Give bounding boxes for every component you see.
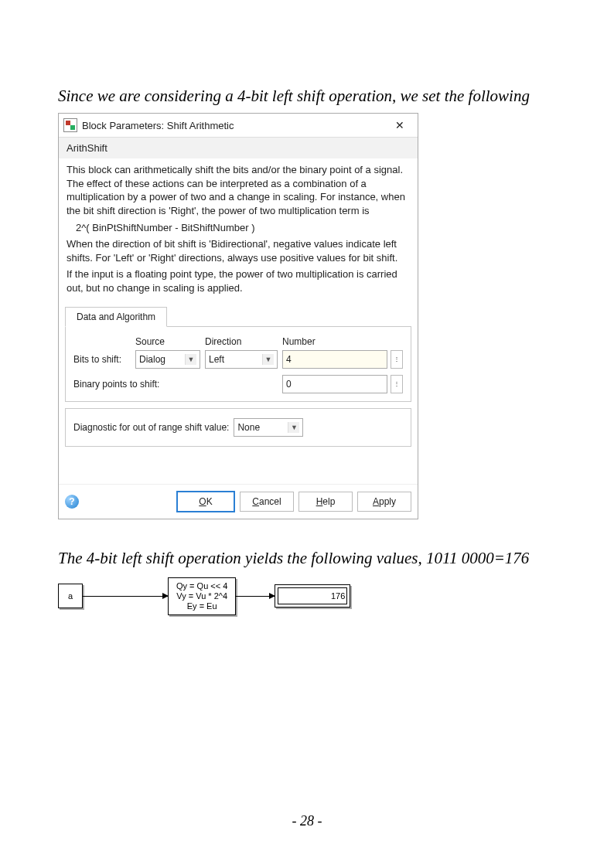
chevron-down-icon: ▼ (262, 354, 274, 365)
shift-line1: Qy = Qu << 4 (176, 581, 227, 591)
block-input-a: a (58, 584, 83, 608)
bits-number-input[interactable]: 4 (282, 350, 387, 369)
hdr-source: Source (135, 336, 205, 347)
help-button[interactable]: Help (298, 492, 353, 512)
shift-line3: Ey = Eu (176, 601, 227, 611)
hdr-direction: Direction (205, 336, 282, 347)
block-display-output: 176 (275, 584, 350, 608)
desc-eq: 2^( BinPtShiftNumber - BitShiftNumber ) (67, 218, 410, 238)
arrow-icon (83, 596, 168, 597)
binary-points-stepper[interactable]: ⋮ (391, 375, 403, 393)
hdr-number: Number (282, 336, 403, 347)
diagnostic-value: None (237, 422, 260, 433)
desc-p2: The effect of these actions can be inter… (67, 177, 410, 218)
tab-data-algorithm[interactable]: Data and Algorithm (65, 307, 167, 327)
apply-button[interactable]: Apply (357, 492, 411, 512)
app-icon (63, 118, 77, 132)
shift-line2: Vy = Vu * 2^4 (176, 591, 227, 601)
cancel-button[interactable]: Cancel (240, 492, 294, 512)
desc-p3: When the direction of bit shift is 'Bidi… (67, 237, 410, 264)
chevron-down-icon: ▼ (185, 354, 196, 365)
help-icon[interactable]: ? (65, 495, 79, 509)
button-bar: ? OK Cancel Help Apply (59, 484, 418, 519)
result-text: The 4-bit left shift operation yields th… (58, 547, 556, 569)
bits-number-stepper[interactable]: ⋮ (391, 350, 403, 369)
lbl-diagnostic: Diagnostic for out of range shift value: (73, 422, 229, 433)
lbl-binary-points: Binary points to shift: (73, 379, 282, 390)
diagnostic-panel: Diagnostic for out of range shift value:… (65, 408, 411, 447)
titlebar: Block Parameters: Shift Arithmetic ✕ (59, 114, 418, 138)
bits-source-value: Dialog (139, 354, 165, 365)
description: This block can arithmetically shift the … (59, 158, 418, 302)
close-icon[interactable]: ✕ (387, 116, 413, 134)
data-panel: Source Direction Number Bits to shift: D… (65, 326, 411, 402)
bits-source-select[interactable]: Dialog ▼ (135, 350, 200, 369)
lbl-bits-to-shift: Bits to shift: (73, 354, 135, 365)
block-shift: Qy = Qu << 4 Vy = Vu * 2^4 Ey = Eu (168, 577, 236, 616)
desc-p1: This block can arithmetically shift the … (67, 163, 410, 177)
intro-text: Since we are considering a 4-bit left sh… (58, 85, 556, 107)
block-parameters-dialog: Block Parameters: Shift Arithmetic ✕ Ari… (58, 113, 418, 519)
arrow-icon (236, 596, 275, 597)
chevron-down-icon: ▼ (288, 422, 299, 433)
page-number: - 28 - (0, 813, 614, 829)
simulink-diagram: a Qy = Qu << 4 Vy = Vu * 2^4 Ey = Eu 176 (58, 577, 556, 616)
ok-button[interactable]: OK (176, 491, 235, 512)
desc-p4: If the input is a floating point type, t… (67, 267, 410, 294)
dialog-title: Block Parameters: Shift Arithmetic (82, 120, 387, 131)
bits-direction-value: Left (209, 354, 224, 365)
diagnostic-select[interactable]: None ▼ (234, 418, 303, 437)
bits-direction-select[interactable]: Left ▼ (205, 350, 278, 369)
section-header: ArithShift (59, 138, 418, 158)
binary-points-input[interactable]: 0 (282, 375, 387, 393)
